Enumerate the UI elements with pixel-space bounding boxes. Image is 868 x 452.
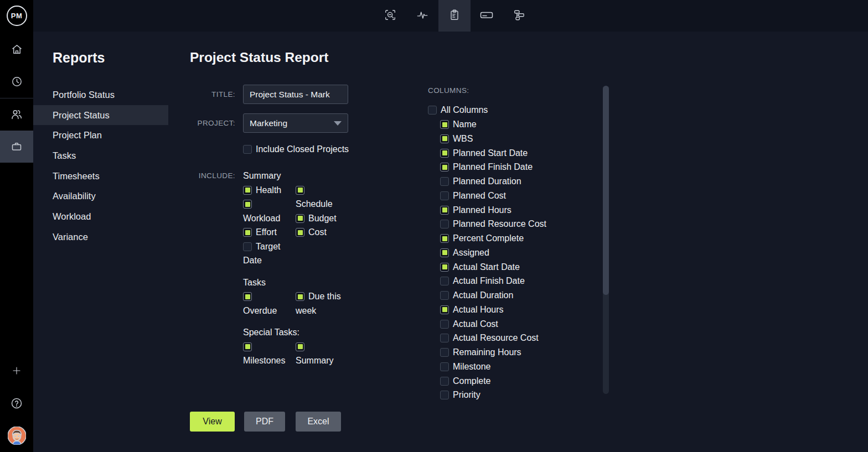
option-actual-duration[interactable]: Actual Duration	[428, 288, 594, 303]
sidebar-item-portfolio-status[interactable]: Portfolio Status	[33, 85, 168, 105]
option-wbs[interactable]: WBS	[428, 132, 594, 146]
checkbox[interactable]	[440, 334, 449, 342]
topbar-tool-workflow[interactable]	[503, 0, 535, 32]
checkbox[interactable]	[296, 342, 304, 351]
app-window: PM	[0, 0, 868, 452]
checkbox[interactable]	[440, 220, 449, 228]
project-row: PROJECT: Marketing	[190, 113, 417, 133]
checkbox[interactable]	[440, 377, 449, 386]
checkbox[interactable]	[440, 362, 449, 371]
option-percent-complete[interactable]: Percent Complete	[428, 231, 594, 246]
add-icon[interactable]	[0, 359, 33, 383]
option-overdue[interactable]: Overdue	[243, 289, 287, 318]
title-input[interactable]	[243, 85, 348, 104]
sidebar-item-timesheets[interactable]: Timesheets	[33, 166, 168, 186]
sidebar-item-tasks[interactable]: Tasks	[33, 146, 168, 166]
option-workload[interactable]: Workload	[243, 197, 287, 225]
checkbox[interactable]	[440, 348, 449, 357]
option-planned-cost[interactable]: Planned Cost	[428, 189, 594, 203]
sidebar-item-variance[interactable]: Variance	[33, 227, 168, 247]
option-health[interactable]: Health	[243, 183, 287, 198]
option-planned-finish-date[interactable]: Planned Finish Date	[428, 160, 594, 174]
checkbox[interactable]	[440, 305, 449, 314]
checkbox[interactable]	[243, 228, 252, 237]
clock-icon[interactable]	[0, 69, 33, 93]
checkbox[interactable]	[440, 320, 449, 329]
checkbox[interactable]	[440, 391, 449, 399]
user-avatar[interactable]	[0, 423, 33, 448]
project-dropdown[interactable]: Marketing	[243, 113, 348, 133]
checkbox[interactable]	[440, 149, 449, 158]
option-budget[interactable]: Budget	[296, 211, 342, 226]
rail-divider	[0, 98, 33, 98]
option-due-this-week[interactable]: Due this week	[296, 289, 342, 318]
checkbox[interactable]	[296, 186, 304, 195]
include-closed-projects-option[interactable]: Include Closed Projects	[243, 144, 349, 155]
checkbox[interactable]	[440, 191, 449, 200]
option-priority[interactable]: Priority	[428, 388, 594, 402]
checkbox[interactable]	[243, 186, 252, 195]
checkbox[interactable]	[243, 292, 252, 301]
left-rail	[0, 32, 33, 452]
pm-logo[interactable]: PM	[7, 6, 27, 26]
option-planned-hours[interactable]: Planned Hours	[428, 203, 594, 217]
checkbox[interactable]	[440, 120, 449, 129]
pdf-button[interactable]: PDF	[244, 412, 285, 432]
team-icon[interactable]	[0, 102, 33, 127]
checkbox[interactable]	[440, 277, 449, 285]
closed-projects-checkbox[interactable]	[243, 145, 252, 154]
sidebar-item-project-plan[interactable]: Project Plan	[33, 125, 168, 146]
option-assigned[interactable]: Assigned	[428, 246, 594, 260]
checkbox[interactable]	[440, 134, 449, 143]
option-all-columns[interactable]: All Columns	[428, 103, 594, 117]
checkbox[interactable]	[296, 228, 304, 237]
option-milestone[interactable]: Milestone	[428, 360, 594, 374]
checkbox[interactable]	[440, 206, 449, 215]
option-cost[interactable]: Cost	[296, 225, 342, 240]
view-button[interactable]: View	[190, 412, 235, 432]
sidebar-item-workload[interactable]: Workload	[33, 206, 168, 227]
option-milestones[interactable]: Milestones	[243, 340, 287, 368]
excel-button[interactable]: Excel	[296, 412, 341, 432]
checkbox[interactable]	[440, 163, 449, 172]
checkbox[interactable]	[440, 248, 449, 257]
option-actual-start-date[interactable]: Actual Start Date	[428, 260, 594, 274]
topbar-tool-reports[interactable]	[438, 0, 471, 32]
checkbox[interactable]	[243, 200, 252, 209]
home-icon[interactable]	[0, 37, 33, 61]
columns-scrollbar[interactable]	[603, 86, 609, 394]
option-planned-duration[interactable]: Planned Duration	[428, 174, 594, 189]
checkbox[interactable]	[440, 263, 449, 272]
projects-briefcase-icon[interactable]	[0, 134, 33, 159]
option-planned-start-date[interactable]: Planned Start Date	[428, 146, 594, 160]
option-actual-hours[interactable]: Actual Hours	[428, 303, 594, 317]
checkbox[interactable]	[440, 177, 449, 186]
checkbox[interactable]	[243, 342, 252, 351]
option-name[interactable]: Name	[428, 117, 594, 132]
option-remaining-hours[interactable]: Remaining Hours	[428, 345, 594, 360]
sidebar-item-project-status[interactable]: Project Status	[33, 105, 168, 126]
option-actual-cost[interactable]: Actual Cost	[428, 317, 594, 331]
option-actual-resource-cost[interactable]: Actual Resource Cost	[428, 331, 594, 345]
option-schedule[interactable]: Schedule	[296, 183, 342, 211]
checkbox[interactable]	[440, 291, 449, 300]
topbar-tool-card[interactable]	[471, 0, 503, 32]
title-label: TITLE:	[190, 85, 235, 104]
option-planned-resource-cost[interactable]: Planned Resource Cost	[428, 217, 594, 231]
checkbox[interactable]	[296, 214, 304, 223]
topbar-tool-zoom-select[interactable]	[374, 0, 406, 32]
option-effort[interactable]: Effort	[243, 225, 287, 240]
option-actual-finish-date[interactable]: Actual Finish Date	[428, 274, 594, 288]
all-columns-checkbox[interactable]	[428, 106, 437, 115]
sidebar-item-availability[interactable]: Availability	[33, 186, 168, 206]
option-summary[interactable]: Summary	[296, 340, 342, 368]
columns-scrollbar-thumb[interactable]	[603, 86, 609, 295]
option-complete[interactable]: Complete	[428, 374, 594, 388]
option-target-date[interactable]: Target Date	[243, 240, 287, 268]
chevron-down-icon	[334, 121, 342, 126]
checkbox[interactable]	[440, 234, 449, 243]
help-icon[interactable]	[0, 391, 33, 415]
topbar-tool-activity[interactable]	[406, 0, 438, 32]
checkbox[interactable]	[296, 292, 304, 301]
checkbox[interactable]	[243, 242, 252, 251]
